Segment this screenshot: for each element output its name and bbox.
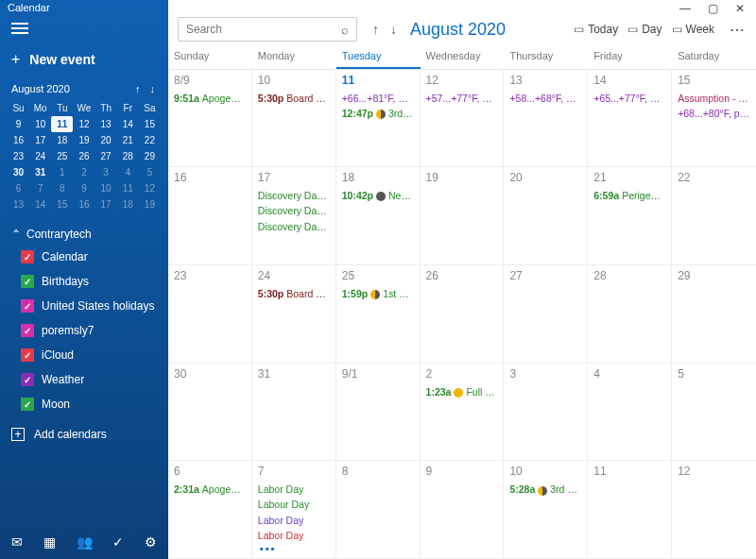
mini-day[interactable]: 18 xyxy=(117,196,139,212)
event[interactable]: 12:47p3rd Qua xyxy=(340,106,416,121)
mini-day[interactable]: 17 xyxy=(29,132,51,148)
calendar-cell[interactable]: 29 xyxy=(672,265,756,364)
more-events-button[interactable]: ••• xyxy=(256,543,332,554)
mini-day[interactable]: 8 xyxy=(51,180,73,196)
calendar-cell[interactable]: 216:59aPerigee, 225, xyxy=(588,167,672,265)
calendar-cell[interactable]: 16 xyxy=(168,167,252,265)
event[interactable]: Labour Day xyxy=(256,497,332,512)
mini-day[interactable]: 16 xyxy=(73,196,94,212)
event[interactable]: 1:23aFull moon xyxy=(424,384,500,399)
new-event-button[interactable]: + New event xyxy=(0,42,168,81)
calendar-toggle[interactable]: ✓iCloud xyxy=(17,343,164,367)
calendar-cell[interactable]: 15Assumption - Weste+68...+80°F, patchy xyxy=(672,70,756,168)
mini-day[interactable]: 11 xyxy=(117,180,139,196)
calendar-toggle[interactable]: ✓Weather xyxy=(17,367,164,392)
calendar-cell[interactable]: 17Discovery Day (YukDiscovery Day (YukDi… xyxy=(252,167,336,265)
mini-day[interactable]: 2 xyxy=(73,164,94,180)
mini-day[interactable]: 10 xyxy=(95,180,117,196)
people-icon[interactable]: 👥 xyxy=(77,534,93,550)
mini-day[interactable]: 9 xyxy=(8,116,29,132)
todo-icon[interactable]: ✓ xyxy=(112,534,124,550)
mini-month-label[interactable]: August 2020 xyxy=(11,83,70,94)
search-input[interactable]: Search ⌕ xyxy=(178,17,357,42)
event[interactable]: +65...+77°F, moder xyxy=(592,91,667,106)
mini-day[interactable]: 26 xyxy=(73,148,94,164)
mini-day[interactable]: 23 xyxy=(8,148,29,164)
mini-day[interactable]: 14 xyxy=(117,116,139,132)
calendar-cell[interactable]: 13+58...+68°F, moder xyxy=(504,70,588,168)
calendar-cell[interactable]: 21:23aFull moon xyxy=(421,364,505,462)
calendar-cell[interactable]: 7Labor DayLabour DayLabor DayLabor Day••… xyxy=(252,461,336,559)
mini-day[interactable]: 7 xyxy=(29,180,51,196)
calendar-cell[interactable]: 12+57...+77°F, partly c xyxy=(421,70,505,168)
mini-day[interactable]: 24 xyxy=(29,148,51,164)
mini-day[interactable]: 20 xyxy=(95,132,117,148)
mini-day[interactable]: 31 xyxy=(29,164,51,180)
calendar-cell[interactable]: 14+65...+77°F, moder xyxy=(588,70,672,168)
calendar-cell[interactable]: 8/99:51aApogee, 251, xyxy=(168,70,252,168)
calendar-cell[interactable]: 245:30pBoard of Edu xyxy=(252,265,336,364)
mini-day[interactable]: 19 xyxy=(73,132,94,148)
week-view-button[interactable]: ▭Week xyxy=(672,23,714,36)
prev-period-button[interactable]: ↑ xyxy=(372,22,379,37)
calendar-cell[interactable]: 31 xyxy=(252,364,336,462)
calendar-cell[interactable]: 28 xyxy=(588,265,672,364)
calendar-cell[interactable]: 8 xyxy=(336,461,421,559)
calendar-cell[interactable]: 251:59p1st Quart xyxy=(336,265,421,364)
mini-day[interactable]: 15 xyxy=(51,196,73,212)
close-button[interactable]: ✕ xyxy=(735,2,745,15)
event[interactable]: Labor Day xyxy=(256,482,332,497)
mini-day[interactable]: 5 xyxy=(139,164,161,180)
calendar-toggle[interactable]: ✓poremsly7 xyxy=(17,318,164,343)
event[interactable]: 9:51aApogee, 251, xyxy=(172,91,248,106)
event[interactable]: +57...+77°F, partly c xyxy=(424,91,500,106)
maximize-button[interactable]: ▢ xyxy=(708,2,718,15)
mini-day[interactable]: 22 xyxy=(139,132,161,148)
calendar-cell[interactable]: 30 xyxy=(168,364,252,462)
mini-day[interactable]: 13 xyxy=(95,116,117,132)
calendar-cell[interactable]: 23 xyxy=(168,265,252,364)
event[interactable]: Assumption - Weste xyxy=(676,91,752,106)
mini-day[interactable]: 16 xyxy=(8,132,29,148)
event[interactable]: Labor Day xyxy=(256,528,332,543)
mini-day[interactable]: 18 xyxy=(51,132,73,148)
mini-day[interactable]: 28 xyxy=(117,148,139,164)
calendar-cell[interactable]: 105:30pBoard of Edu xyxy=(252,70,336,168)
mini-day[interactable]: 25 xyxy=(51,148,73,164)
mini-prev-button[interactable]: ↑ xyxy=(135,83,141,94)
event[interactable]: Discovery Day (Yuk xyxy=(256,188,332,203)
mini-day[interactable]: 12 xyxy=(139,180,161,196)
mail-icon[interactable]: ✉ xyxy=(11,534,23,550)
calendar-cell[interactable]: 11+66...+81°F, moder12:47p3rd Qua xyxy=(336,70,421,168)
event[interactable]: +66...+81°F, moder xyxy=(340,91,416,106)
today-button[interactable]: ▭Today xyxy=(574,23,618,36)
mini-day[interactable]: 14 xyxy=(29,196,51,212)
calendar-toggle[interactable]: ✓Birthdays xyxy=(17,269,164,294)
calendar-cell[interactable]: 19 xyxy=(421,167,505,265)
mini-day[interactable]: 27 xyxy=(95,148,117,164)
event[interactable]: 5:28a3rd Quart xyxy=(507,482,583,497)
mini-day[interactable]: 29 xyxy=(139,148,161,164)
event[interactable]: Discovery Day (Yuk xyxy=(256,219,332,234)
mini-day[interactable]: 1 xyxy=(51,164,73,180)
account-toggle[interactable]: ⌃ Contrarytech xyxy=(0,218,168,245)
next-period-button[interactable]: ↓ xyxy=(390,22,397,37)
event[interactable]: 2:31aApogee, 252, xyxy=(172,482,248,497)
mini-day[interactable]: 21 xyxy=(117,132,139,148)
calendar-cell[interactable]: 105:28a3rd Quart xyxy=(504,461,588,559)
event[interactable]: +58...+68°F, moder xyxy=(507,91,583,106)
event[interactable]: 5:30pBoard of Edu xyxy=(256,286,332,301)
menu-button[interactable] xyxy=(0,15,168,42)
calendar-cell[interactable]: 9/1 xyxy=(336,364,421,462)
calendar-cell[interactable]: 11 xyxy=(588,461,672,559)
calendar-toggle[interactable]: ✓Moon xyxy=(17,392,164,416)
calendar-cell[interactable]: 3 xyxy=(504,364,588,462)
calendar-cell[interactable]: 62:31aApogee, 252, xyxy=(168,461,252,559)
more-button[interactable]: ⋯ xyxy=(730,21,747,39)
event[interactable]: 5:30pBoard of Edu xyxy=(256,91,332,106)
calendar-cell[interactable]: 4 xyxy=(588,364,672,462)
calendar-toggle[interactable]: ✓United States holidays xyxy=(17,294,164,318)
mini-day[interactable]: 15 xyxy=(139,116,161,132)
mini-day[interactable]: 10 xyxy=(29,116,51,132)
mini-day[interactable]: 6 xyxy=(8,180,29,196)
